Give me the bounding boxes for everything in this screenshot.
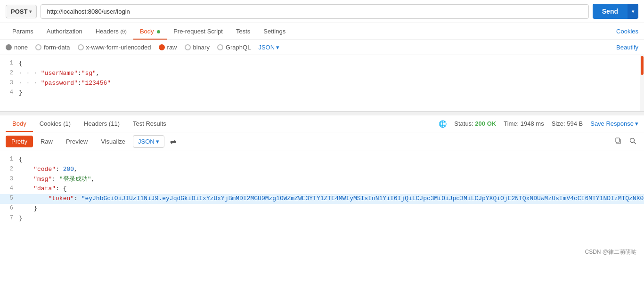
- response-body-editor: 1 { 2 "code": 200, 3 "msg": "登录成功", 4 "d…: [0, 151, 644, 245]
- option-urlencoded[interactable]: x-www-form-urlencoded: [78, 44, 151, 51]
- copy-icon[interactable]: [612, 135, 624, 148]
- save-response-chevron-icon: ▾: [635, 120, 638, 127]
- response-tab-headers[interactable]: Headers (11): [77, 115, 126, 132]
- option-form-data[interactable]: form-data: [35, 44, 70, 51]
- radio-raw-icon: [159, 44, 165, 50]
- res-line-3: 3 "msg": "登录成功",: [0, 175, 644, 185]
- tab-pre-request[interactable]: Pre-request Script: [167, 23, 229, 40]
- save-response-button[interactable]: Save Response ▾: [590, 120, 638, 127]
- radio-graphql-icon: [217, 44, 223, 50]
- tab-params[interactable]: Params: [6, 23, 40, 40]
- req-line-3: 3 · · · "password":"123456": [0, 79, 644, 89]
- status-label: Status: 200 OK: [454, 120, 496, 127]
- option-raw[interactable]: raw: [159, 44, 177, 51]
- radio-none-icon: [6, 44, 12, 50]
- tab-authorization[interactable]: Authorization: [40, 23, 89, 40]
- tab-headers[interactable]: Headers (9): [89, 23, 133, 40]
- fmt-tab-raw[interactable]: Raw: [35, 136, 58, 147]
- res-line-6: 6 }: [0, 204, 644, 214]
- url-bar: POST ▾ Send ▾: [0, 0, 644, 23]
- response-tab-test-results[interactable]: Test Results: [126, 115, 173, 132]
- res-line-5: 5 "token": "eyJhbGciOiJIUzI1NiJ9.eyJqdGk…: [0, 194, 644, 204]
- json-format-dropdown[interactable]: JSON ▾: [258, 44, 279, 51]
- cookies-link[interactable]: Cookies: [616, 28, 638, 35]
- radio-urlencoded-icon: [78, 44, 84, 50]
- editor-scrollbar-thumb: [641, 56, 644, 75]
- radio-binary-icon: [185, 44, 191, 50]
- beautify-button[interactable]: Beautify: [616, 44, 638, 51]
- section-divider: [0, 112, 644, 115]
- radio-form-data-icon: [35, 44, 41, 50]
- editor-scrollbar[interactable]: [640, 55, 644, 111]
- send-btn-group: Send ▾: [593, 4, 638, 19]
- response-tab-body[interactable]: Body: [6, 115, 33, 132]
- tab-tests[interactable]: Tests: [229, 23, 257, 40]
- wrap-icon[interactable]: ⇌: [170, 137, 176, 146]
- fmt-tab-preview[interactable]: Preview: [60, 136, 93, 147]
- fmt-tab-visualize[interactable]: Visualize: [95, 136, 131, 147]
- res-line-4: 4 "data": {: [0, 184, 644, 194]
- method-label: POST: [11, 8, 27, 15]
- send-dropdown-button[interactable]: ▾: [628, 4, 638, 19]
- body-dot-icon: [157, 30, 160, 33]
- res-line-1: 1 {: [0, 155, 644, 165]
- url-input[interactable]: [41, 4, 588, 19]
- globe-icon: 🌐: [439, 120, 447, 128]
- method-chevron-icon: ▾: [29, 9, 32, 14]
- response-meta: 🌐 Status: 200 OK Time: 1948 ms Size: 594…: [439, 120, 638, 128]
- search-icon[interactable]: [628, 136, 638, 148]
- response-tabs-bar: Body Cookies (1) Headers (11) Test Resul…: [0, 115, 644, 132]
- size-label: Size: 594 B: [552, 120, 583, 127]
- tab-settings[interactable]: Settings: [257, 23, 292, 40]
- tab-body[interactable]: Body: [133, 23, 167, 40]
- response-json-dropdown[interactable]: JSON ▾: [133, 135, 164, 148]
- watermark: CSDN @律二萌萌哒: [0, 245, 644, 259]
- time-label: Time: 1948 ms: [504, 120, 544, 127]
- req-line-1: 1 {: [0, 59, 644, 69]
- svg-rect-1: [616, 138, 620, 142]
- body-options-bar: none form-data x-www-form-urlencoded raw…: [0, 40, 644, 55]
- option-binary[interactable]: binary: [185, 44, 210, 51]
- option-none[interactable]: none: [6, 44, 28, 51]
- response-tab-cookies[interactable]: Cookies (1): [33, 115, 77, 132]
- req-line-2: 2 · · · "userName":"sg",: [0, 69, 644, 79]
- request-tabs-bar: Params Authorization Headers (9) Body Pr…: [0, 23, 644, 40]
- option-graphql[interactable]: GraphQL: [217, 44, 251, 51]
- svg-line-3: [634, 142, 636, 144]
- request-body-editor[interactable]: 1 { 2 · · · "userName":"sg", 3 · · · "pa…: [0, 55, 644, 112]
- response-format-bar: Pretty Raw Preview Visualize JSON ▾ ⇌: [0, 132, 644, 151]
- method-select[interactable]: POST ▾: [6, 5, 37, 18]
- res-line-2: 2 "code": 200,: [0, 165, 644, 175]
- send-button[interactable]: Send: [593, 4, 628, 19]
- json-chevron-icon: ▾: [276, 44, 279, 51]
- size-value: 594 B: [567, 120, 583, 127]
- status-value: 200 OK: [475, 120, 496, 127]
- req-line-4: 4 }: [0, 88, 644, 98]
- response-json-chevron-icon: ▾: [156, 138, 159, 145]
- fmt-tab-pretty[interactable]: Pretty: [6, 136, 33, 147]
- time-value: 1948 ms: [521, 120, 544, 127]
- res-line-7: 7 }: [0, 214, 644, 224]
